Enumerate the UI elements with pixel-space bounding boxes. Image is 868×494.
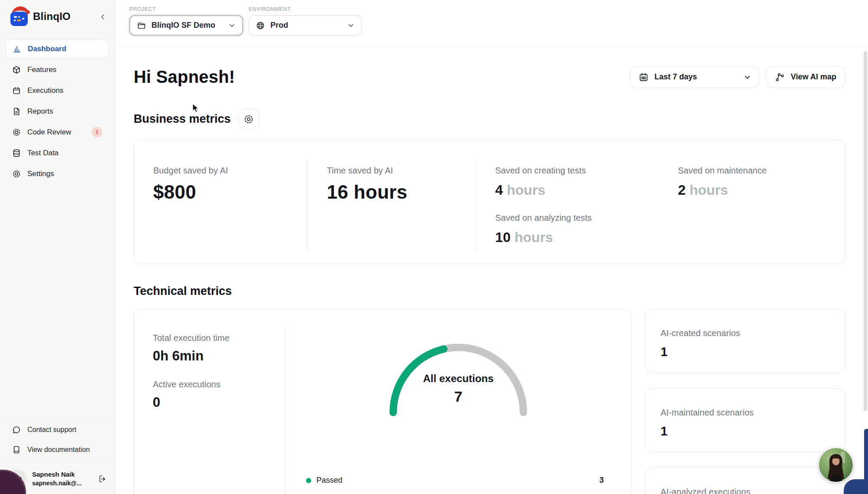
metric-label: Saved on analyzing tests bbox=[495, 213, 659, 223]
sidebar-collapse-button[interactable] bbox=[98, 12, 108, 22]
book-icon bbox=[12, 445, 21, 454]
card-label: AI-created scenarios bbox=[661, 328, 845, 338]
technical-metrics-title: Technical metrics bbox=[134, 285, 845, 298]
executions-gauge-chart: All executions 7 bbox=[376, 334, 541, 421]
gauge-legend-row[interactable]: Passed 3 bbox=[285, 476, 631, 485]
page-greeting: Hi Sapnesh! bbox=[134, 67, 235, 87]
environment-value: Prod bbox=[270, 21, 288, 30]
metric-label: Time saved by AI bbox=[327, 166, 476, 176]
calendar-icon bbox=[12, 86, 21, 95]
sidebar-item-label: Test Data bbox=[27, 149, 59, 157]
logout-icon bbox=[98, 474, 107, 483]
contact-support-link[interactable]: Contact support bbox=[6, 420, 109, 440]
gear-icon bbox=[12, 170, 21, 178]
view-documentation-link[interactable]: View documentation bbox=[6, 440, 109, 460]
technical-metrics-card: Total execution time 0h 6min Active exec… bbox=[134, 309, 632, 494]
project-select[interactable]: BlinqIO SF Demo bbox=[129, 15, 243, 36]
metric-value: $800 bbox=[153, 181, 307, 203]
sidebar-item-settings[interactable]: Settings bbox=[6, 164, 109, 183]
date-range-value: Last 7 days bbox=[654, 72, 697, 82]
main-content: Hi Sapnesh! Last 7 days View AI map Busi… bbox=[115, 46, 868, 494]
topbar: PROJECT BlinqIO SF Demo ENVIRONMENT Prod bbox=[115, 0, 868, 46]
ai-created-scenarios-card: AI-created scenarios 1 bbox=[645, 309, 845, 373]
sidebar-item-label: Features bbox=[27, 65, 56, 74]
active-executions-value: 0 bbox=[153, 395, 285, 410]
folder-icon bbox=[137, 21, 146, 30]
blinqio-logo-icon bbox=[8, 4, 30, 29]
sidebar-item-executions[interactable]: Executions bbox=[6, 81, 109, 100]
chevron-down-icon bbox=[348, 22, 354, 29]
chat-bubble-icon bbox=[12, 425, 21, 434]
assistant-video-avatar[interactable] bbox=[819, 448, 853, 482]
sidebar-item-label: Dashboard bbox=[28, 45, 66, 53]
footer-link-label: Contact support bbox=[27, 426, 76, 434]
metric-saved-creating: Saved on creating tests 4 hours Saved on… bbox=[476, 166, 659, 264]
logo-row: BlinqIO bbox=[0, 0, 115, 33]
sidebar-item-dashboard[interactable]: Dashboard bbox=[6, 39, 109, 59]
sidebar: BlinqIO Dashboard Features Executions Re… bbox=[0, 0, 115, 494]
chevron-down-icon bbox=[229, 22, 235, 29]
gauge-total-value: 7 bbox=[376, 388, 541, 405]
sidebar-item-test-data[interactable]: Test Data bbox=[6, 143, 109, 163]
sidebar-nav: Dashboard Features Executions Reports Co… bbox=[0, 33, 115, 185]
user-name: Sapnesh Naik bbox=[32, 470, 82, 479]
environment-select[interactable]: Prod bbox=[249, 15, 362, 36]
code-review-gear-icon bbox=[12, 128, 21, 137]
metric-label: Saved on maintenance bbox=[678, 166, 845, 176]
globe-icon bbox=[256, 21, 265, 30]
logout-button[interactable] bbox=[98, 474, 107, 483]
code-review-badge: 1 bbox=[92, 127, 102, 137]
legend-dot-passed bbox=[306, 478, 311, 483]
bar-chart-icon bbox=[13, 45, 21, 53]
gear-icon bbox=[243, 114, 254, 124]
santa-hat-icon bbox=[12, 7, 28, 13]
metric-label: Total execution time bbox=[153, 333, 285, 343]
corner-widget-navy bbox=[844, 479, 868, 494]
document-icon bbox=[12, 107, 21, 116]
ai-maintained-scenarios-card: AI-maintained scenarios 1 bbox=[645, 388, 845, 452]
metric-value: 4 hours bbox=[495, 182, 659, 198]
business-metrics-title: Business metrics bbox=[134, 112, 231, 126]
app-title: BlinqIO bbox=[33, 10, 71, 23]
business-metrics-settings-button[interactable] bbox=[238, 108, 260, 130]
chevron-down-icon bbox=[744, 74, 751, 81]
ai-stat-cards: AI-created scenarios 1 AI-maintained sce… bbox=[645, 309, 845, 494]
date-range-select[interactable]: Last 7 days bbox=[630, 66, 760, 88]
metric-label: Active executions bbox=[153, 379, 285, 389]
business-metrics-card: Budget saved by AI $800 Time saved by AI… bbox=[134, 140, 845, 264]
metric-saved-maintenance: Saved on maintenance 2 hours bbox=[659, 166, 845, 264]
project-value: BlinqIO SF Demo bbox=[151, 21, 215, 30]
sidebar-item-features[interactable]: Features bbox=[6, 60, 109, 79]
chevron-left-icon bbox=[100, 14, 106, 20]
sidebar-item-code-review[interactable]: Code Review 1 bbox=[6, 122, 109, 142]
executions-gauge-panel: All executions 7 Passed 3 bbox=[285, 309, 631, 494]
user-email: sapnesh.naik@... bbox=[32, 479, 82, 487]
card-value: 1 bbox=[661, 424, 845, 438]
sidebar-item-label: Code Review bbox=[27, 128, 71, 137]
card-label: AI-analyzed executions bbox=[661, 487, 845, 494]
project-label: PROJECT bbox=[129, 6, 243, 12]
view-ai-map-label: View AI map bbox=[791, 72, 836, 82]
gauge-title: All executions bbox=[376, 373, 541, 385]
legend-label-passed: Passed bbox=[316, 476, 342, 485]
execution-stats: Total execution time 0h 6min Active exec… bbox=[134, 309, 285, 494]
ai-analyzed-executions-card: AI-analyzed executions bbox=[645, 468, 845, 494]
metric-saved-analyzing: Saved on analyzing tests 10 hours bbox=[495, 213, 659, 245]
sidebar-item-label: Reports bbox=[27, 107, 53, 116]
footer-link-label: View documentation bbox=[27, 446, 90, 454]
view-ai-map-button[interactable]: View AI map bbox=[766, 66, 845, 88]
sidebar-item-label: Settings bbox=[27, 170, 54, 178]
metric-time-saved: Time saved by AI 16 hours bbox=[308, 166, 476, 264]
metric-value: 16 hours bbox=[327, 181, 476, 203]
ai-map-icon bbox=[775, 72, 785, 82]
metric-value: 2 hours bbox=[678, 182, 845, 198]
total-execution-time-value: 0h 6min bbox=[153, 348, 285, 364]
calendar-icon bbox=[639, 72, 648, 82]
metric-value: 10 hours bbox=[495, 229, 659, 245]
package-icon bbox=[12, 65, 21, 74]
sidebar-item-reports[interactable]: Reports bbox=[6, 101, 109, 121]
database-icon bbox=[12, 149, 21, 157]
vertical-scrollbar[interactable] bbox=[864, 51, 867, 411]
environment-label: ENVIRONMENT bbox=[249, 6, 362, 12]
mouse-cursor bbox=[192, 103, 202, 114]
